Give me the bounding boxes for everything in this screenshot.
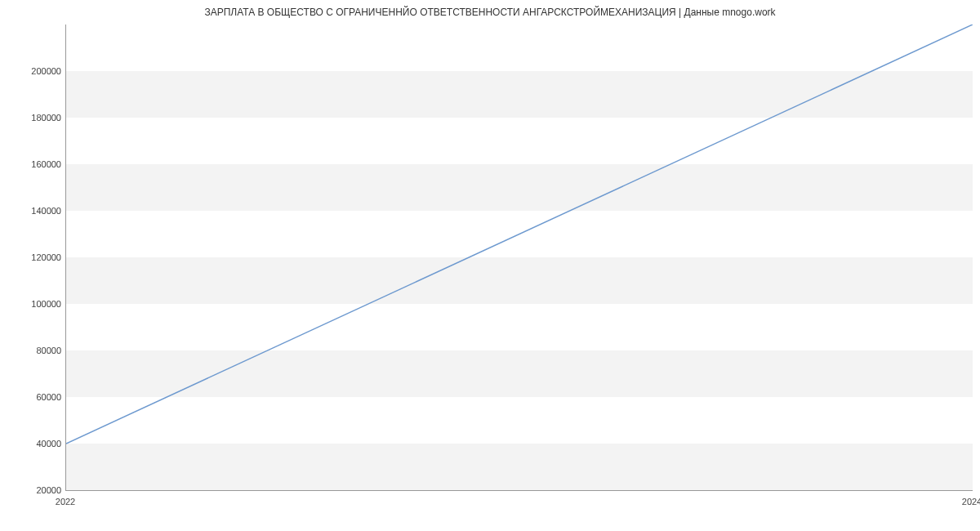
ytick-8: 180000 bbox=[12, 113, 61, 123]
ytick-7: 160000 bbox=[12, 159, 61, 169]
plot-area bbox=[65, 25, 973, 491]
line-series bbox=[66, 25, 973, 490]
ytick-6: 140000 bbox=[12, 206, 61, 216]
ytick-4: 100000 bbox=[12, 299, 61, 309]
ytick-5: 120000 bbox=[12, 252, 61, 262]
ytick-0: 20000 bbox=[12, 485, 61, 495]
ytick-3: 80000 bbox=[12, 346, 61, 355]
xtick-1: 2024 bbox=[962, 497, 980, 506]
xtick-0: 2022 bbox=[56, 497, 75, 506]
ytick-2: 60000 bbox=[12, 392, 61, 402]
chart-title: ЗАРПЛАТА В ОБЩЕСТВО С ОГРАНИЧЕННЙО ОТВЕТ… bbox=[0, 7, 980, 18]
chart-container: ЗАРПЛАТА В ОБЩЕСТВО С ОГРАНИЧЕННЙО ОТВЕТ… bbox=[0, 0, 980, 531]
ytick-9: 200000 bbox=[12, 66, 61, 76]
ytick-1: 40000 bbox=[12, 439, 61, 448]
